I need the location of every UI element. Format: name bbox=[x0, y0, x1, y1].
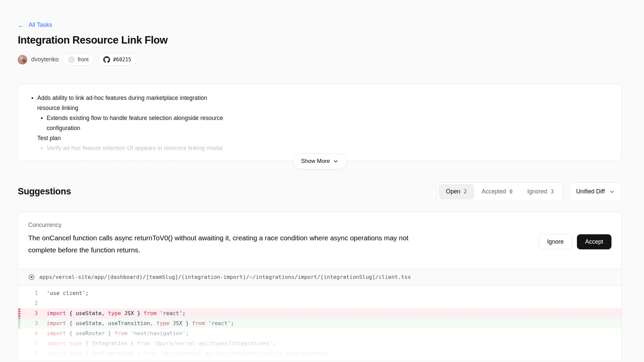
suggestions-heading: Suggestions bbox=[18, 186, 71, 197]
suggestions-header: Suggestions Open2Accepted0Ignored3 Unifi… bbox=[18, 182, 622, 201]
filter-tab-open[interactable]: Open2 bbox=[439, 184, 474, 199]
chevron-down-icon bbox=[333, 159, 338, 164]
branch-avatar-icon bbox=[68, 56, 75, 63]
code-line: 4import { useRouter } from 'next/navigat… bbox=[18, 328, 622, 339]
pr-number: #60215 bbox=[113, 57, 131, 63]
filter-tab-label: Ignored bbox=[527, 188, 547, 195]
diff-gutter-marker bbox=[18, 308, 20, 318]
show-more-button[interactable]: Show More bbox=[293, 154, 347, 169]
page-title: Integration Resource Link Flow bbox=[18, 34, 622, 46]
show-more-label: Show More bbox=[301, 158, 330, 165]
author-name: dvoytenko bbox=[31, 56, 59, 63]
suggestion-actions: Ignore Accept bbox=[539, 234, 611, 256]
file-path-bar: apps/vercel-site/app/(dashboard)/[teamSl… bbox=[18, 268, 622, 286]
filter-tab-label: Open bbox=[446, 188, 461, 195]
filter-tab-label: Accepted bbox=[482, 188, 506, 195]
back-link[interactable]: ← All Tasks bbox=[18, 21, 52, 28]
diff-gutter-marker bbox=[18, 298, 20, 308]
diff-gutter-marker bbox=[18, 288, 20, 298]
line-number: 4 bbox=[20, 328, 38, 339]
diff-code-block: 1'use client';23import { useState, type … bbox=[18, 286, 622, 359]
summary-bullet: Confirm selected features persist throug… bbox=[28, 153, 243, 161]
code-line: 1'use client'; bbox=[18, 288, 622, 298]
code-text: import { useState, type JSX } from 'reac… bbox=[38, 308, 185, 318]
branch-label: front bbox=[78, 57, 89, 63]
task-page: ← All Tasks Integration Resource Link Fl… bbox=[0, 0, 644, 360]
filter-tab-count: 2 bbox=[464, 189, 467, 195]
filter-tab-count: 0 bbox=[509, 189, 513, 195]
github-icon bbox=[103, 56, 110, 63]
summary-bullet-list: Adds ability to link ad-hoc features dur… bbox=[28, 93, 263, 161]
summary-bullet: Extends existing flow to handle feature … bbox=[28, 113, 243, 133]
code-line: 2 bbox=[18, 298, 622, 308]
code-text: import type { Integration } from '@pyra/… bbox=[38, 339, 276, 349]
task-meta: dvoytenko front #60215 bbox=[18, 54, 622, 66]
line-number: 2 bbox=[20, 298, 38, 308]
diff-gutter-marker bbox=[18, 328, 20, 339]
file-path: apps/vercel-site/app/(dashboard)/[teamSl… bbox=[39, 274, 411, 280]
diff-gutter-marker bbox=[18, 318, 20, 328]
summary-bullet: Verify ad-hoc feature selection UI appea… bbox=[28, 143, 243, 153]
line-number: 6 bbox=[20, 349, 38, 359]
suggestions-controls: Open2Accepted0Ignored3 Unified Diff bbox=[437, 182, 622, 201]
ignore-button[interactable]: Ignore bbox=[539, 234, 572, 249]
suggestion-header: Concurrency The onCancel function calls … bbox=[18, 212, 622, 268]
pr-pill[interactable]: #60215 bbox=[98, 54, 137, 66]
code-text: import { useRouter } from 'next/navigati… bbox=[38, 328, 189, 339]
line-number: 3 bbox=[20, 318, 38, 328]
filter-tab-accepted[interactable]: Accepted0 bbox=[474, 184, 520, 199]
line-number: 1 bbox=[20, 288, 38, 298]
code-text bbox=[38, 298, 47, 308]
code-text: import type { Configuration } from '@pyr… bbox=[38, 349, 334, 359]
code-text: import { useState, useTransition, type J… bbox=[38, 318, 234, 328]
avatar bbox=[18, 55, 27, 64]
suggestion-card: Concurrency The onCancel function calls … bbox=[18, 212, 622, 360]
summary-card: Adds ability to link ad-hoc features dur… bbox=[18, 84, 622, 161]
code-line: 6import type { Configuration } from '@py… bbox=[18, 349, 622, 359]
filter-tabs: Open2Accepted0Ignored3 bbox=[437, 182, 563, 201]
filter-tab-count: 3 bbox=[550, 189, 553, 195]
diff-view-label: Unified Diff bbox=[576, 188, 605, 195]
suggestion-description: The onCancel function calls async return… bbox=[28, 232, 434, 256]
diff-view-select[interactable]: Unified Diff bbox=[569, 182, 622, 201]
circle-dot-icon bbox=[28, 274, 35, 281]
code-line: 5import type { Integration } from '@pyra… bbox=[18, 339, 622, 349]
code-line: 3import { useState, useTransition, type … bbox=[18, 318, 622, 328]
chevron-down-icon bbox=[609, 189, 615, 194]
diff-gutter-marker bbox=[18, 339, 20, 349]
diff-gutter-marker bbox=[18, 349, 20, 359]
back-link-label: All Tasks bbox=[29, 21, 52, 28]
arrow-left-icon: ← bbox=[18, 22, 24, 28]
suggestion-category: Concurrency bbox=[28, 222, 434, 229]
line-number: 5 bbox=[20, 339, 38, 349]
line-number: 3 bbox=[20, 308, 38, 318]
summary-bullet: Test plan bbox=[28, 133, 229, 143]
filter-tab-ignored[interactable]: Ignored3 bbox=[520, 184, 561, 199]
code-line: 3import { useState, type JSX } from 'rea… bbox=[18, 308, 622, 318]
accept-button[interactable]: Accept bbox=[577, 234, 612, 249]
code-text: 'use client'; bbox=[38, 288, 89, 298]
branch-pill[interactable]: front bbox=[63, 54, 94, 66]
summary-bullet: Adds ability to link ad-hoc features dur… bbox=[28, 93, 229, 113]
